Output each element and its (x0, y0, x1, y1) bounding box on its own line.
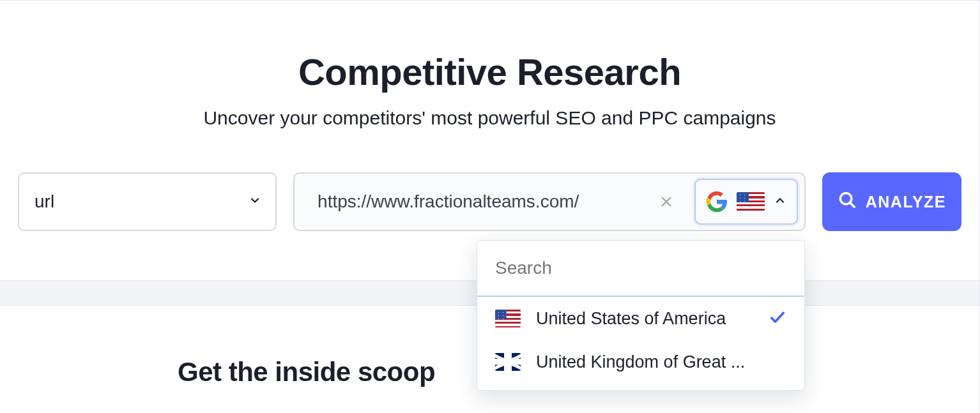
region-option-us[interactable]: United States of America (477, 297, 804, 340)
chevron-down-icon (249, 194, 261, 209)
google-icon (706, 191, 728, 213)
region-option-label: United States of America (536, 309, 753, 329)
region-dropdown: United States of America United Kingdom … (477, 240, 805, 391)
url-input-wrapper (293, 172, 806, 231)
uk-flag-icon (495, 353, 521, 371)
check-icon (769, 308, 786, 329)
hero: Competitive Research Uncover your compet… (0, 1, 979, 129)
region-search-input[interactable] (495, 258, 786, 278)
us-flag-icon (737, 192, 765, 211)
svg-line-3 (850, 203, 855, 207)
chevron-up-icon (774, 194, 786, 209)
search-type-label: url (34, 191, 54, 212)
search-icon (838, 190, 857, 213)
search-row: url A (0, 172, 979, 231)
page-title: Competitive Research (0, 50, 979, 93)
us-flag-icon (495, 310, 521, 327)
analyze-button[interactable]: ANALYZE (822, 172, 961, 231)
region-option-label: United Kingdom of Great ... (536, 352, 786, 372)
url-input[interactable] (318, 191, 654, 212)
search-type-select[interactable]: url (18, 172, 277, 231)
region-option-uk[interactable]: United Kingdom of Great ... (477, 340, 804, 384)
clear-input-button[interactable] (654, 189, 679, 214)
region-search-wrapper (477, 241, 804, 297)
analyze-button-label: ANALYZE (866, 193, 946, 211)
page-subtitle: Uncover your competitors' most powerful … (0, 107, 979, 129)
region-select[interactable] (694, 179, 798, 225)
inside-scoop-heading: Get the inside scoop (178, 357, 435, 387)
